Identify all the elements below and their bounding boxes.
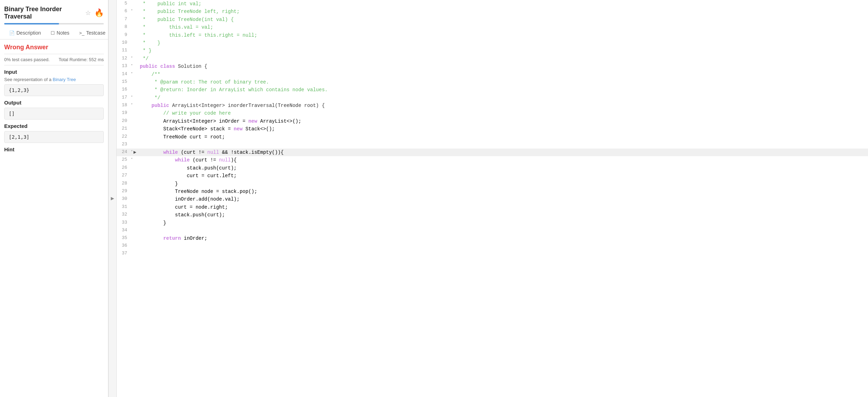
tab-notes-label: Notes <box>57 30 70 36</box>
expected-value: [2,1,3] <box>4 131 104 143</box>
binary-tree-link[interactable]: Binary Tree <box>53 77 76 82</box>
hint-label: Hint <box>4 146 104 152</box>
problem-header: Binary Tree Inorder Traversal ☆ 🔥 📄 Desc… <box>0 0 108 39</box>
line-number: 22 <box>117 133 131 140</box>
code-line: 7 * public TreeNode(int val) { <box>117 16 868 23</box>
line-number: 10 <box>117 39 131 46</box>
line-content: public class Solution { <box>138 63 868 70</box>
line-number: 17▾ <box>117 94 131 101</box>
line-number: 5 <box>117 0 131 7</box>
line-content: public ArrayList<Integer> inorderTravers… <box>138 102 868 109</box>
line-number: 15 <box>117 78 131 86</box>
status-badge: Wrong Answer <box>4 44 104 51</box>
code-editor[interactable]: 5 * public int val; 6▾ * public TreeNode… <box>117 0 868 397</box>
line-content: * this.val = val; <box>138 23 868 31</box>
tab-testcase-label: Testcase <box>86 30 105 36</box>
code-line: 27 curt = curt.left; <box>117 172 868 180</box>
code-line: 21 Stack<TreeNode> stack = new Stack<>()… <box>117 125 868 133</box>
line-number: 9 <box>117 31 131 39</box>
code-line: 25▾ while (curt != null){ <box>117 156 868 164</box>
star-icon[interactable]: ☆ <box>85 9 91 17</box>
code-line: 31 curt = node.right; <box>117 203 868 211</box>
input-note-text: See representation of a <box>4 77 53 82</box>
line-content: TreeNode curt = root; <box>138 133 868 141</box>
line-content: */ <box>138 94 868 102</box>
line-content: return inOrder; <box>138 234 868 242</box>
line-number: 18▾ <box>117 102 131 109</box>
line-number: 33 <box>117 219 131 226</box>
line-number: 36 <box>117 242 131 250</box>
code-line: 9 * this.left = this.right = null; <box>117 31 868 39</box>
line-content: while (curt != null && !stack.isEmpty())… <box>138 149 868 156</box>
line-number: 32 <box>117 211 131 218</box>
line-number: 11 <box>117 47 131 54</box>
code-line: 10 * } <box>117 39 868 47</box>
line-content: * @return: Inorder in ArrayList which co… <box>138 86 868 94</box>
line-content: while (curt != null){ <box>138 156 868 164</box>
line-number: 21 <box>117 125 131 132</box>
line-number: 29 <box>117 188 131 195</box>
line-content: * public TreeNode left, right; <box>138 8 868 15</box>
line-number: 27 <box>117 172 131 179</box>
code-line: 17▾ */ <box>117 94 868 102</box>
divider-2 <box>4 65 104 65</box>
line-number: 31 <box>117 203 131 211</box>
output-label: Output <box>4 100 104 106</box>
left-panel: Binary Tree Inorder Traversal ☆ 🔥 📄 Desc… <box>0 0 108 397</box>
code-line: 15 * @param root: The root of binary tre… <box>117 78 868 86</box>
line-number: 26 <box>117 164 131 172</box>
panel-divider[interactable]: ► <box>108 0 117 397</box>
description-icon: 📄 <box>9 30 15 36</box>
problem-title: Binary Tree Inorder Traversal <box>4 6 85 20</box>
notes-icon: ☐ <box>51 30 55 36</box>
line-number: 6▾ <box>117 8 131 15</box>
line-content: curt = node.right; <box>138 203 868 211</box>
line-content: stack.push(curt); <box>138 211 868 219</box>
line-content: inOrder.add(node.val); <box>138 195 868 203</box>
line-content: */ <box>138 55 868 63</box>
line-number: 30 <box>117 195 131 203</box>
problem-title-row: Binary Tree Inorder Traversal ☆ 🔥 <box>4 6 104 20</box>
divider-1 <box>4 54 104 54</box>
code-line: 34 <box>117 227 868 234</box>
line-content: * this.left = this.right = null; <box>138 31 868 39</box>
line-content: TreeNode node = stack.pop(); <box>138 188 868 195</box>
line-content: * public int val; <box>138 0 868 8</box>
line-number: 7 <box>117 16 131 23</box>
line-number: 25▾ <box>117 156 131 164</box>
code-line: 22 TreeNode curt = root; <box>117 133 868 141</box>
code-line: 35 return inOrder; <box>117 234 868 242</box>
code-line: 12▾ */ <box>117 55 868 63</box>
code-line: 33 } <box>117 219 868 227</box>
line-number: 13▾ <box>117 63 131 70</box>
code-line: 5 * public int val; <box>117 0 868 8</box>
code-line: 19 // write your code here <box>117 109 868 117</box>
code-line: 23 <box>117 141 868 149</box>
line-content: curt = curt.left; <box>138 172 868 180</box>
code-line: 30 inOrder.add(node.val); <box>117 195 868 203</box>
line-content: } <box>138 219 868 227</box>
line-content: * } <box>138 47 868 55</box>
line-number: 8 <box>117 23 131 31</box>
tab-notes[interactable]: ☐ Notes <box>46 27 74 39</box>
line-number: 34 <box>117 227 131 234</box>
code-line: 26 stack.push(curt); <box>117 164 868 172</box>
line-number: 12▾ <box>117 55 131 62</box>
line-content: // write your code here <box>138 109 868 117</box>
line-content: /** <box>138 71 868 78</box>
tabs-row: 📄 Description ☐ Notes >_ Testcase ⚖ Judg… <box>4 27 104 39</box>
code-line: 6▾ * public TreeNode left, right; <box>117 8 868 15</box>
tab-description[interactable]: 📄 Description <box>4 27 46 39</box>
tab-description-label: Description <box>16 30 41 36</box>
input-note: See representation of a Binary Tree <box>4 77 104 82</box>
code-line: 36 <box>117 242 868 250</box>
code-line: 20 ArrayList<Integer> inOrder = new Arra… <box>117 117 868 125</box>
code-line: 37 <box>117 250 868 258</box>
testcase-icon: >_ <box>79 30 85 36</box>
line-content: stack.push(curt); <box>138 164 868 172</box>
line-number: 16 <box>117 86 131 93</box>
progress-bar-fill <box>4 23 59 24</box>
line-number: 14▾ <box>117 71 131 78</box>
code-line: 29 TreeNode node = stack.pop(); <box>117 188 868 195</box>
tab-testcase[interactable]: >_ Testcase <box>74 27 108 39</box>
